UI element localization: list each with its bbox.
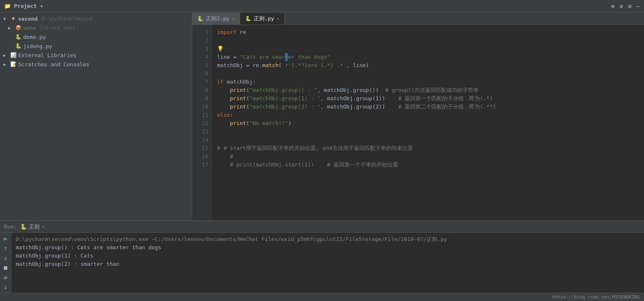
project-title: Project <box>14 3 37 9</box>
comment: # 返回第一个匹配的子分组，即为(.*) <box>398 94 493 103</box>
run-tab[interactable]: 🐍 正则 ✕ <box>20 223 44 231</box>
code-line-3: 💡 <box>217 45 641 53</box>
tab-zeze[interactable]: 🐍 正则.py ✕ <box>240 13 285 24</box>
code-line-6 <box>217 70 641 78</box>
sidebar-item-path: D:\pycharm\second <box>42 16 93 22</box>
comment: # <box>230 152 233 161</box>
comment: # print(matchObj.start(1)) # 返回第一个子串的开始位… <box>230 161 398 169</box>
regex-paren2: ( <box>320 61 324 70</box>
keyword: else <box>217 111 230 119</box>
title-bar-left: 📁 Project ▾ <box>4 3 43 9</box>
code-text: ( <box>279 61 285 70</box>
tab-bar: 🐍 正则2.py ✕ 🐍 正则.py ✕ <box>192 12 644 25</box>
run-panel: Run: 🐍 正则 ✕ ▶ ↑ ↓ ■ ⇄ ↓ D:\pycharm\secon… <box>0 220 644 293</box>
code-line-4: line = "Cats are smarter than dogs" <box>217 53 641 61</box>
sidebar-item-demo[interactable]: 🐍 demo.py <box>0 32 192 41</box>
run-command-line: D:\pycharm\second\venv\Scripts\python.ex… <box>16 235 640 243</box>
code-line-10: ⊟ print("matchObj.group(2) : ", matchObj… <box>217 103 641 111</box>
status-link[interactable]: https://blog.csdn.net/MIGENGKING <box>552 294 640 300</box>
sidebar-item-external-libraries[interactable]: ▶ 📊 External Libraries <box>0 51 192 60</box>
sidebar-item-jidong[interactable]: 🐍 jidong.py <box>0 41 192 51</box>
arrow-icon: ▼ <box>3 17 8 21</box>
code-text: ( <box>246 94 249 103</box>
hamburger-icon[interactable]: ≡ <box>620 3 623 10</box>
folder-icon: 📁 <box>4 3 11 9</box>
minimize-icon[interactable]: − <box>637 3 640 10</box>
sidebar-item-venv[interactable]: ▶ 📦 venv library root <box>0 23 192 32</box>
folder-icon: ▼ <box>10 15 17 22</box>
arrow-icon: ▶ <box>3 62 8 67</box>
sidebar-content: ▼ ▼ second D:\pycharm\second ▶ 📦 venv li… <box>0 12 192 220</box>
indent <box>217 86 230 94</box>
code-text: re <box>236 28 246 36</box>
regex-dot: .*? <box>295 61 304 70</box>
scratch-icon: 📝 <box>10 61 17 67</box>
crosshair-icon[interactable]: ⊕ <box>611 3 614 10</box>
run-tab-close-button[interactable]: ✕ <box>42 224 44 229</box>
code-text: , matchObj.group()) <box>317 86 385 94</box>
code-line-12: print("No match!!") <box>217 119 641 128</box>
python-file-icon: 🐍 <box>15 43 21 49</box>
function-name: match <box>262 61 279 70</box>
run-download-button[interactable]: ↓ <box>1 283 10 291</box>
arrow-icon: ▶ <box>3 53 8 58</box>
comment: # group()方法返回匹配成功的字符串 <box>385 86 479 94</box>
run-toolbar: ▶ ↑ ↓ ■ ⇄ ↓ <box>0 233 12 293</box>
run-panel-header: Run: 🐍 正则 ✕ <box>0 221 644 233</box>
string-literal: "matchObj.group(2) : " <box>249 103 320 111</box>
regex-paren2-close: ) <box>330 61 334 70</box>
tab-zeze2[interactable]: 🐍 正则2.py ✕ <box>192 13 240 24</box>
code-line-14 <box>217 136 641 144</box>
string-literal: "Cats are smar <box>240 53 285 61</box>
code-line-8: print("matchObj.group() : ", matchObj.gr… <box>217 86 641 94</box>
code-text: : <box>230 111 233 119</box>
string-literal: "matchObj.group() : " <box>249 86 317 94</box>
code-text: ( <box>246 86 249 94</box>
run-tab-label: 正则 <box>29 223 40 231</box>
run-output: D:\pycharm\second\venv\Scripts\python.ex… <box>12 233 644 293</box>
code-line-1: import re <box>217 28 641 36</box>
sidebar-item-second[interactable]: ▼ ▼ second D:\pycharm\second <box>0 14 192 23</box>
code-line-7: ⊟ if matchObj: <box>217 78 641 86</box>
function-name: print <box>230 119 246 128</box>
code-content[interactable]: import re 💡 line = "Cats are smarter tha… <box>212 25 644 220</box>
dropdown-arrow-icon[interactable]: ▾ <box>40 3 43 9</box>
sidebar-item-label: demo.py <box>23 34 46 40</box>
title-bar-icons: ⊕ ≡ ⚙ − <box>611 3 640 10</box>
arrow-icon: ▶ <box>8 26 13 30</box>
tab-close-button[interactable]: ✕ <box>277 16 279 22</box>
code-text: , matchObj.group(2)) <box>320 103 398 111</box>
python-file-icon: 🐍 <box>15 34 21 40</box>
sidebar: ▼ ▼ second D:\pycharm\second ▶ 📦 venv li… <box>0 12 192 220</box>
comment: # # start用于返回匹配子串的开始位置, end方法用于返回匹配子串的结束… <box>217 144 413 152</box>
indent <box>217 94 230 103</box>
editor-area: 🐍 正则2.py ✕ 🐍 正则.py ✕ 1 2 3 4 5 6 7 8 9 <box>192 12 644 220</box>
tab-label: 正则2.py <box>206 15 229 22</box>
bulb-icon: 💡 <box>217 45 224 53</box>
indent <box>217 152 230 161</box>
indent <box>217 161 230 169</box>
code-line-9: print("matchObj.group(1) : ", matchObj.g… <box>217 94 641 103</box>
comment: # 返回第二个匹配的子分组，即为(.*?) <box>398 103 496 111</box>
regex-paren-close: ) <box>304 61 308 70</box>
sidebar-item-scratches[interactable]: ▶ 📝 Scratches and Consoles <box>0 60 192 69</box>
code-text: matchObj = re. <box>217 61 262 70</box>
run-redirect-button[interactable]: ⇄ <box>1 273 10 282</box>
run-panel-body: ▶ ↑ ↓ ■ ⇄ ↓ D:\pycharm\second\venv\Scrip… <box>0 233 644 293</box>
keyword: if <box>217 78 224 86</box>
indent <box>217 103 230 111</box>
sidebar-item-label: Scratches and Consoles <box>18 61 89 67</box>
run-up-button[interactable]: ↑ <box>1 244 10 253</box>
sidebar-item-label: venv <box>23 25 36 31</box>
code-line-5: matchObj = re.match( r'(.*?)are (.*) .*'… <box>217 61 641 70</box>
gear-icon[interactable]: ⚙ <box>628 3 631 10</box>
code-text: , matchObj.group(1)) <box>320 94 398 103</box>
indent <box>217 119 230 128</box>
keyword: import <box>217 28 236 36</box>
code-text: line = <box>217 53 240 61</box>
run-play-button[interactable]: ▶ <box>1 234 10 243</box>
function-name: print <box>230 86 246 94</box>
run-down-button[interactable]: ↓ <box>1 254 10 262</box>
run-stop-button[interactable]: ■ <box>1 264 10 272</box>
tab-close-button[interactable]: ✕ <box>232 16 235 22</box>
